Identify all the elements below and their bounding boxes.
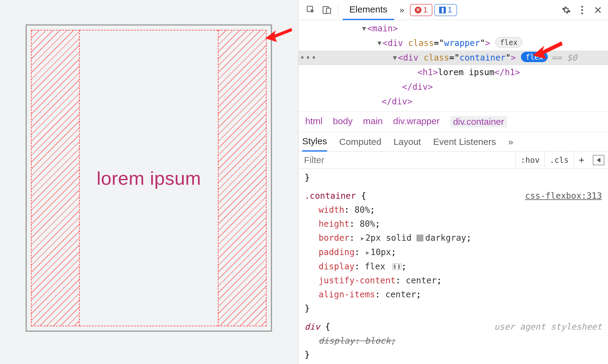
svg-rect-3 — [327, 8, 331, 13]
breadcrumb-item[interactable]: div.wrapper — [393, 116, 440, 128]
rule-brace-close: } — [305, 302, 602, 316]
css-declaration[interactable]: align-items: center; — [305, 288, 602, 302]
settings-gear-icon[interactable] — [559, 3, 573, 17]
flexbox-editor-icon[interactable] — [392, 263, 401, 270]
css-declaration[interactable]: border: ▶2px solid darkgray; — [305, 231, 602, 245]
error-count: 1 — [423, 5, 428, 15]
css-source-link[interactable]: css-flexbox:313 — [525, 189, 602, 203]
dom-node-wrapper-close[interactable]: </div> — [299, 94, 608, 109]
css-declaration[interactable]: display: flex ; — [305, 260, 602, 274]
svg-point-5 — [581, 9, 583, 11]
error-icon: ✕ — [415, 7, 421, 13]
styles-filter-bar: :hov .cls + — [299, 152, 608, 169]
issues-icon: ❚ — [439, 7, 446, 13]
breadcrumb-item[interactable]: body — [333, 116, 353, 128]
inspect-element-icon[interactable] — [304, 3, 318, 17]
css-declaration[interactable]: width: 80%; — [305, 203, 602, 217]
issues-count: 1 — [448, 5, 452, 15]
subtab-computed[interactable]: Computed — [339, 132, 381, 152]
hov-toggle[interactable]: :hov — [515, 152, 545, 169]
devtools-toolbar: Elements » ✕ 1 ❚ 1 — [299, 0, 608, 20]
container-box: lorem ipsum — [26, 24, 272, 332]
breadcrumb-item[interactable]: main — [363, 116, 383, 128]
css-declaration[interactable]: padding: ▶10px; — [305, 245, 602, 260]
cls-toggle[interactable]: .cls — [544, 152, 574, 169]
error-count-pill[interactable]: ✕ 1 — [410, 4, 432, 16]
subtab-styles[interactable]: Styles — [302, 132, 327, 152]
css-selector: div — [305, 322, 320, 332]
tab-elements[interactable]: Elements — [343, 0, 394, 20]
kebab-menu-icon[interactable] — [575, 3, 589, 17]
new-style-rule-button[interactable]: + — [574, 152, 589, 169]
svg-point-6 — [581, 12, 583, 14]
breadcrumb-item[interactable]: html — [305, 116, 323, 128]
computed-panel-toggle-icon[interactable] — [593, 155, 604, 165]
css-declaration[interactable]: justify-content: center; — [305, 274, 602, 288]
subtab-listeners[interactable]: Event Listeners — [433, 132, 496, 152]
dom-node-container-close[interactable]: </div> — [299, 80, 608, 94]
css-rule-container[interactable]: .container { css-flexbox:313 width: 80%;… — [305, 189, 602, 316]
svg-marker-7 — [533, 41, 563, 59]
styles-rules-list: } .container { css-flexbox:313 width: 80… — [299, 169, 608, 364]
dom-breadcrumb[interactable]: html body main div.wrapper div.container — [299, 111, 608, 132]
flex-badge[interactable]: flex — [495, 37, 522, 47]
devtools-panel: Elements » ✕ 1 ❚ 1 ▼<main — [298, 0, 608, 364]
styles-subtabs: Styles Computed Layout Event Listeners » — [299, 132, 608, 152]
rule-brace-close: } — [305, 348, 602, 362]
dom-node-main[interactable]: ▼<main> — [299, 21, 608, 36]
svg-marker-0 — [265, 28, 292, 42]
color-swatch-icon[interactable] — [417, 235, 423, 241]
preview-heading: lorem ipsum — [96, 167, 201, 189]
dom-node-h1[interactable]: <h1>lorem ipsum</h1> — [299, 65, 608, 80]
css-selector[interactable]: .container — [305, 191, 356, 201]
css-declaration-overridden: display: block; — [305, 334, 602, 348]
dom-tree[interactable]: ▼<main> ▼<div class="wrapper"> flex ••• … — [299, 20, 608, 111]
annotation-arrow-preview — [265, 24, 293, 45]
subtabs-overflow-icon[interactable]: » — [508, 132, 513, 152]
device-toolbar-icon[interactable] — [320, 3, 334, 17]
close-devtools-icon[interactable] — [591, 3, 605, 17]
subtab-layout[interactable]: Layout — [393, 132, 421, 152]
rendered-page-preview: lorem ipsum — [0, 0, 298, 364]
rule-fragment-close: } — [305, 171, 602, 185]
css-declaration[interactable]: height: 80%; — [305, 217, 602, 231]
svg-point-4 — [581, 6, 583, 8]
annotation-arrow-badge — [533, 38, 563, 60]
tabs-overflow-icon[interactable]: » — [396, 5, 408, 15]
css-rule-user-agent: div { user agent stylesheet display: blo… — [305, 320, 602, 362]
styles-filter-input[interactable] — [299, 155, 515, 165]
issues-count-pill[interactable]: ❚ 1 — [434, 4, 457, 16]
breadcrumb-item-selected[interactable]: div.container — [450, 116, 507, 128]
css-source-ua: user agent stylesheet — [494, 320, 602, 334]
